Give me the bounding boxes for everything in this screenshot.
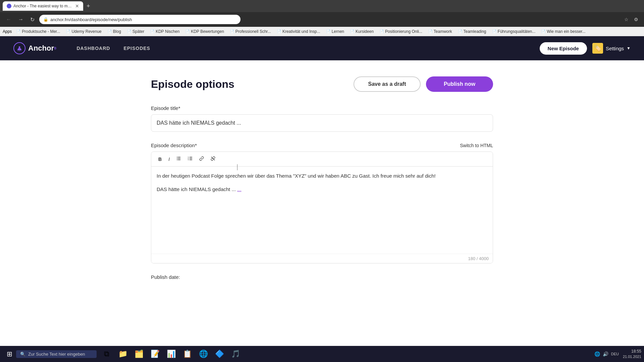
bookmark-label: Produktsuche - Mer... xyxy=(22,29,60,34)
taskbar-app-excel[interactable]: 📊 xyxy=(164,347,178,361)
save-draft-button[interactable]: Save as a draft xyxy=(354,76,421,92)
tab-close-button[interactable]: ✕ xyxy=(75,3,79,9)
taskbar-search[interactable]: 🔍 Zur Suche Text hier eingeben xyxy=(16,350,97,358)
settings-icon: 🏷️ xyxy=(592,43,603,54)
url-bar[interactable]: 🔒 anchor.fm/dashboard/episode/new/publis… xyxy=(39,15,240,24)
publish-date-group: Publish date: xyxy=(151,274,493,280)
bookmark-fuehrung[interactable]: 📄 Führungsqualitäten... xyxy=(490,28,538,35)
italic-button[interactable]: I xyxy=(165,155,173,164)
description-link: ... xyxy=(237,186,241,192)
taskbar-app-edge[interactable]: 🔷 xyxy=(212,347,227,361)
extensions-button[interactable]: ⚙ xyxy=(632,16,640,23)
spotify-icon: 🎵 xyxy=(231,350,240,358)
bookmark-teamwork[interactable]: 📄 Teamwork xyxy=(426,28,455,35)
bookmark-kdp-bewertungen[interactable]: 📄 KDP Bewertungen xyxy=(183,28,227,35)
episode-description-label: Episode description* xyxy=(151,142,197,148)
settings-button[interactable]: 🏷️ Settings ▼ xyxy=(592,43,631,54)
bookmark-teamleading[interactable]: 📄 Teamleading xyxy=(455,28,489,35)
description-header: Episode description* Switch to HTML xyxy=(151,142,493,148)
bookmark-professionell[interactable]: 📄 Professionell Schr... xyxy=(227,28,274,35)
bookmark-icon: 📄 xyxy=(108,29,112,33)
browser-chrome: Anchor - The easiest way to mai... ✕ + ←… xyxy=(0,0,644,27)
bookmark-label: Blog xyxy=(113,29,121,34)
publish-date-label: Publish date: xyxy=(151,274,493,280)
reload-button[interactable]: ↻ xyxy=(28,15,37,24)
forward-button[interactable]: → xyxy=(16,15,25,24)
language-label: DEU xyxy=(611,352,619,356)
taskbar-app-filemanager[interactable]: 🗂️ xyxy=(131,347,146,361)
bookmark-lernen[interactable]: 📄 Lernen xyxy=(324,28,347,35)
bookmark-icon: 📄 xyxy=(127,29,131,33)
tab-title: Anchor - The easiest way to mai... xyxy=(13,4,72,8)
description-editor-content[interactable]: In der heutigen Podcast Folge sprechen w… xyxy=(151,167,493,254)
svg-point-6 xyxy=(177,160,177,160)
bookmark-blog[interactable]: 📄 Blog xyxy=(105,28,124,35)
bookmark-icon: 📄 xyxy=(350,29,354,33)
system-tray: 🌐 🔊 DEU xyxy=(594,351,619,357)
bookmark-spaeter[interactable]: 📄 Später xyxy=(124,28,147,35)
episode-title-group: Episode title* xyxy=(151,105,493,132)
svg-rect-1 xyxy=(178,157,180,158)
taskbar-app-powerpoint[interactable]: 📋 xyxy=(180,347,195,361)
unordered-list-button[interactable] xyxy=(173,155,184,164)
taskbar-app-chrome[interactable]: 🌐 xyxy=(196,347,211,361)
chrome-icon: 🌐 xyxy=(199,350,208,358)
nav-links: DASHBOARD EPISODES xyxy=(76,46,539,51)
new-tab-button[interactable]: + xyxy=(85,2,92,10)
taskbar-search-icon: 🔍 xyxy=(20,352,25,357)
nav-episodes[interactable]: EPISODES xyxy=(123,46,150,51)
browser-action-buttons: ☆ ⚙ xyxy=(623,16,640,23)
bookmark-kreativitaet[interactable]: 📄 Kreativität und Insp... xyxy=(274,28,323,35)
ordered-list-button[interactable]: 1. 2. 3. xyxy=(185,155,196,164)
new-episode-button[interactable]: New Episode xyxy=(540,42,587,55)
logo[interactable]: Anchor ® xyxy=(13,42,56,54)
file-explorer-icon: 📁 xyxy=(118,350,127,358)
bookmark-label: Professionell Schr... xyxy=(235,29,271,34)
active-tab[interactable]: Anchor - The easiest way to mai... ✕ xyxy=(3,1,83,11)
browser-tabs: Anchor - The easiest way to mai... ✕ + xyxy=(0,0,644,12)
powerpoint-icon: 📋 xyxy=(183,350,192,358)
bookmark-label: Kursideen xyxy=(356,29,374,34)
bookmark-kursideen[interactable]: 📄 Kursideen xyxy=(347,28,376,35)
bookmark-positionierung[interactable]: 📄 Positionierung Onli... xyxy=(377,28,425,35)
episode-description-group: Episode description* Switch to HTML B I xyxy=(151,142,493,263)
volume-icon: 🔊 xyxy=(603,351,608,357)
svg-point-0 xyxy=(19,46,20,48)
taskbar-app-view[interactable]: ⧉ xyxy=(99,347,114,361)
navbar-actions: New Episode 🏷️ Settings ▼ xyxy=(540,42,631,55)
remove-link-button[interactable] xyxy=(208,155,218,164)
bookmark-icon: 📄 xyxy=(230,29,234,33)
episode-title-input[interactable] xyxy=(151,114,493,132)
svg-point-5 xyxy=(177,158,177,159)
publish-now-button[interactable]: Publish now xyxy=(426,76,493,92)
insert-link-button[interactable] xyxy=(196,155,207,164)
settings-label: Settings xyxy=(606,46,624,51)
header-actions: Save as a draft Publish now xyxy=(354,76,493,92)
bookmark-star-button[interactable]: ☆ xyxy=(623,16,630,23)
bookmark-wieman[interactable]: 📄 Wie man ein besser... xyxy=(539,28,588,35)
taskbar-search-placeholder: Zur Suche Text hier eingeben xyxy=(28,352,85,357)
browser-address-bar: ← → ↻ 🔒 anchor.fm/dashboard/episode/new/… xyxy=(0,12,644,27)
app-container: Anchor ® DASHBOARD EPISODES New Episode … xyxy=(0,36,644,362)
navbar: Anchor ® DASHBOARD EPISODES New Episode … xyxy=(0,36,644,60)
description-editor: B I xyxy=(151,152,493,263)
taskbar-app-spotify[interactable]: 🎵 xyxy=(228,347,243,361)
taskbar-app-word[interactable]: 📝 xyxy=(148,347,162,361)
svg-rect-7 xyxy=(190,157,192,158)
svg-rect-3 xyxy=(178,160,180,160)
taskbar-app-explorer[interactable]: 📁 xyxy=(115,347,130,361)
description-paragraph-1: In der heutigen Podcast Folge sprechen w… xyxy=(157,172,487,180)
bookmark-produktsuche[interactable]: 📄 Produktsuche - Mer... xyxy=(14,28,63,35)
nav-dashboard[interactable]: DASHBOARD xyxy=(76,46,110,51)
bookmark-label: KDP Bewertungen xyxy=(191,29,224,34)
folder-icon: 🗂️ xyxy=(135,350,144,358)
bold-button[interactable]: B xyxy=(155,155,165,164)
bookmark-kdp-nischen[interactable]: 📄 KDP Nischen xyxy=(148,28,182,35)
switch-to-html-button[interactable]: Switch to HTML xyxy=(460,143,493,148)
svg-text:3.: 3. xyxy=(188,159,189,161)
start-button[interactable]: ⊞ xyxy=(3,347,16,361)
back-button[interactable]: ← xyxy=(4,15,13,24)
bookmark-label: Lernen xyxy=(332,29,344,34)
bookmark-udemy[interactable]: 📄 Udemy Revenue xyxy=(63,28,104,35)
word-icon: 📝 xyxy=(151,350,160,358)
